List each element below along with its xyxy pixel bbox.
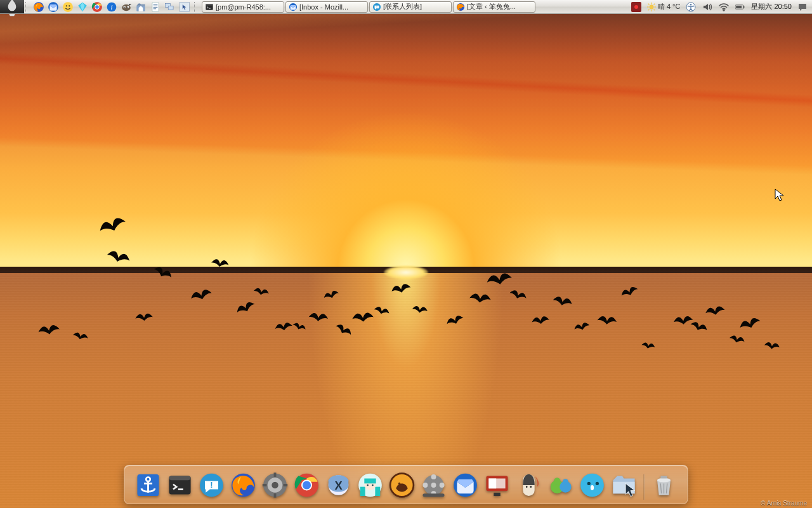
svg-point-4: [69, 5, 70, 6]
bird-silhouette: [233, 298, 258, 318]
svg-rect-86: [422, 493, 444, 497]
svg-point-33: [649, 4, 653, 9]
trash-icon[interactable]: [650, 471, 679, 500]
taskbar-item[interactable]: [文章 ‹ 笨兔兔...: [453, 1, 535, 13]
notification-bubble-icon[interactable]: [797, 1, 808, 13]
chrome-icon[interactable]: [90, 1, 104, 13]
terminal-icon[interactable]: [166, 471, 195, 500]
svg-point-82: [431, 474, 436, 479]
bird-silhouette: [596, 314, 618, 327]
empathy-icon[interactable]: !: [197, 471, 226, 500]
video-player-icon[interactable]: [419, 471, 449, 500]
bird-silhouette: [307, 311, 329, 324]
firefox-icon: [456, 3, 465, 11]
svg-point-93: [526, 486, 528, 488]
bird-silhouette: [728, 333, 747, 346]
diamond-icon[interactable]: [75, 1, 89, 13]
accessibility-icon[interactable]: [685, 1, 697, 13]
window-list-icon[interactable]: [163, 1, 177, 13]
svg-rect-47: [737, 6, 742, 8]
xchat-icon[interactable]: X: [324, 471, 353, 500]
firefox-icon[interactable]: [32, 1, 46, 13]
msn-icon[interactable]: [546, 471, 575, 500]
empathy-icon: !: [372, 3, 381, 11]
svg-rect-46: [743, 6, 745, 8]
bird-silhouette: [468, 291, 493, 305]
bird-silhouette: [530, 314, 551, 326]
terminal-icon: [205, 3, 214, 11]
bird-silhouette: [619, 283, 640, 300]
display-settings-icon[interactable]: [483, 471, 512, 500]
anchor-app-icon[interactable]: [134, 471, 163, 500]
bird-silhouette: [36, 322, 62, 338]
taskbar-item[interactable]: [Inbox - Mozill...: [285, 1, 368, 13]
svg-point-44: [723, 10, 724, 11]
wallpaper-credit: © Arnis Straume: [761, 500, 807, 507]
bird-silhouette: [322, 288, 341, 302]
miku-icon[interactable]: [356, 471, 385, 500]
bird-silhouette: [291, 320, 308, 333]
svg-point-100: [587, 482, 591, 485]
svg-point-85: [440, 483, 445, 488]
svg-point-103: [657, 478, 671, 483]
document-icon[interactable]: [148, 1, 162, 13]
svg-point-102: [591, 485, 594, 490]
svg-line-40: [653, 3, 655, 4]
bird-silhouette: [188, 286, 214, 304]
battery-icon[interactable]: [735, 1, 746, 13]
main-menu-button[interactable]: [0, 0, 24, 13]
svg-point-79: [398, 483, 400, 485]
pidgin-icon[interactable]: [61, 1, 75, 13]
desktop-wallpaper[interactable]: © Arnis Straume: [0, 0, 812, 508]
bird-silhouette: [411, 304, 429, 315]
svg-point-7: [95, 5, 99, 9]
svg-rect-25: [206, 4, 213, 5]
taskbar-item-label: [联系人列表]: [383, 2, 422, 11]
svg-point-13: [124, 6, 125, 7]
bird-silhouette: [134, 311, 154, 323]
clock-applet[interactable]: 星期六 20:50: [751, 2, 792, 11]
chrome-icon[interactable]: [292, 471, 322, 500]
taskbar-item-label: [Inbox - Mozill...: [299, 3, 348, 11]
thunderbird-icon[interactable]: [46, 1, 60, 13]
svg-point-75: [367, 485, 369, 486]
bird-silhouette: [390, 281, 413, 297]
bird-silhouette: [444, 312, 466, 328]
dock: !X: [124, 465, 688, 504]
thunderbird-icon: [289, 3, 298, 11]
bird-silhouette: [104, 246, 133, 266]
volume-icon[interactable]: [702, 1, 713, 13]
weather-applet[interactable]: 晴 4 °C: [647, 2, 681, 11]
file-manager-pointer-icon[interactable]: [610, 471, 639, 500]
bird-silhouette: [572, 320, 591, 333]
svg-rect-104: [660, 476, 667, 479]
system-settings-icon[interactable]: [261, 471, 290, 500]
info-icon[interactable]: i: [105, 1, 119, 13]
firefox-icon[interactable]: [229, 471, 258, 500]
grooveshark-icon[interactable]: [388, 471, 417, 500]
svg-line-41: [648, 9, 650, 10]
record-indicator-icon[interactable]: [631, 1, 642, 13]
taskbar-item-label: [pm@pm-R458:...: [216, 3, 271, 11]
bird-silhouette: [210, 257, 231, 269]
user-icon[interactable]: [578, 471, 607, 500]
pointer-tool-icon[interactable]: [178, 1, 192, 13]
weather-text: 晴 4 °C: [658, 2, 681, 11]
wifi-icon[interactable]: [718, 1, 730, 13]
home-folder-icon[interactable]: [134, 1, 148, 13]
svg-point-60: [272, 482, 278, 489]
bird-silhouette: [252, 286, 270, 298]
gimp-icon[interactable]: [119, 1, 133, 13]
bird-silhouette: [351, 310, 376, 324]
svg-rect-63: [263, 484, 267, 486]
bird-silhouette: [763, 340, 782, 351]
bird-silhouette: [151, 263, 175, 283]
bird-silhouette: [737, 314, 763, 333]
taskbar-item[interactable]: [pm@pm-R458:...: [202, 1, 284, 13]
thunderbird-icon[interactable]: [451, 471, 480, 500]
svg-point-67: [303, 481, 311, 489]
svg-point-97: [554, 478, 561, 485]
taskbar-item[interactable]: ![联系人列表]: [369, 1, 452, 13]
taskbar-item-label: [文章 ‹ 笨兔兔...: [467, 2, 516, 11]
apache-icon[interactable]: [514, 471, 544, 500]
